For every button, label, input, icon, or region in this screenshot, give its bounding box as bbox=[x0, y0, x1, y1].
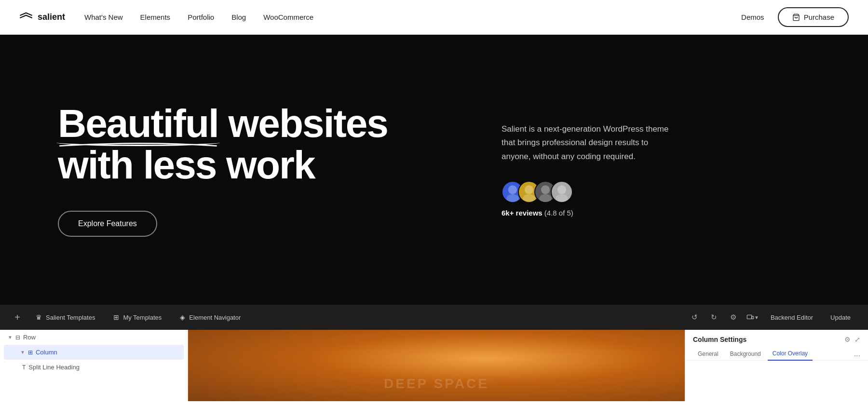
purchase-button[interactable]: Purchase bbox=[778, 7, 849, 27]
nav-item-woocommerce[interactable]: WooCommerce bbox=[263, 13, 313, 21]
column-expand-icon[interactable]: ⤢ bbox=[854, 336, 860, 343]
settings-button[interactable]: ⚙ bbox=[725, 309, 742, 325]
reviews-text: 6k+ reviews (4.8 of 5) bbox=[502, 209, 675, 217]
tab-more-button[interactable]: ... bbox=[854, 350, 860, 358]
hero-title-line2: with less work bbox=[58, 143, 315, 187]
svg-point-4 bbox=[523, 194, 535, 203]
responsive-icon bbox=[746, 313, 754, 321]
navbar: salient What's New Elements Portfolio Bl… bbox=[0, 0, 868, 35]
navbar-left: salient What's New Elements Portfolio Bl… bbox=[19, 12, 313, 23]
nav-item-portfolio[interactable]: Portfolio bbox=[188, 13, 214, 21]
tab-color-overlay[interactable]: Color Overlay bbox=[768, 347, 813, 361]
salient-templates-label: Salient Templates bbox=[46, 314, 95, 321]
reviews-rating: (4.8 of 5) bbox=[544, 209, 573, 217]
undo-button[interactable]: ↺ bbox=[687, 309, 703, 325]
nav-item-whats-new[interactable]: What's New bbox=[84, 13, 123, 21]
element-tree-panel: ▼ ⊟ Row ▼ ⊞ Column T Split Line Heading bbox=[0, 330, 188, 401]
toolbar-right-buttons: ↺ ↻ ⚙ ▼ Backend Editor Update bbox=[687, 309, 858, 325]
tab-general[interactable]: General bbox=[693, 348, 723, 360]
salient-templates-tab[interactable]: ♛ Salient Templates bbox=[28, 311, 103, 324]
tree-row-split-line[interactable]: T Split Line Heading bbox=[0, 360, 188, 375]
hero-right: Salient is a next-generation WordPress t… bbox=[473, 122, 675, 217]
row-icon: ⊟ bbox=[15, 334, 20, 341]
editor-content: ▼ ⊟ Row ▼ ⊞ Column T Split Line Heading … bbox=[0, 330, 868, 401]
element-navigator-tab[interactable]: ◈ Element Navigator bbox=[172, 311, 248, 324]
avatars-row bbox=[502, 181, 675, 203]
tree-column-label: Column bbox=[36, 349, 57, 356]
tree-arrow-column: ▼ bbox=[20, 350, 25, 355]
underline-arc bbox=[58, 140, 218, 149]
my-templates-tab[interactable]: ⊞ My Templates bbox=[106, 311, 169, 324]
svg-point-6 bbox=[539, 194, 552, 203]
cart-icon bbox=[792, 14, 800, 21]
svg-point-7 bbox=[557, 185, 566, 194]
my-templates-label: My Templates bbox=[123, 314, 162, 321]
avatar-4 bbox=[551, 181, 573, 203]
logo-text: salient bbox=[38, 12, 65, 22]
redo-button[interactable]: ↻ bbox=[706, 309, 722, 325]
logo-icon bbox=[19, 12, 33, 23]
chevron-down-icon: ▼ bbox=[754, 315, 759, 320]
svg-point-2 bbox=[506, 194, 519, 203]
column-settings-header: Column Settings ⚙ ⤢ bbox=[685, 330, 868, 343]
tree-row-column[interactable]: ▼ ⊞ Column bbox=[4, 345, 184, 360]
editor-preview: DEEP SPACE bbox=[188, 330, 685, 401]
hero-section: Beautiful websites with less work Explor… bbox=[0, 35, 868, 305]
nav-item-elements[interactable]: Elements bbox=[140, 13, 171, 21]
responsive-button[interactable]: ▼ bbox=[745, 309, 761, 325]
svg-point-8 bbox=[556, 194, 568, 203]
reviews-count: 6k+ reviews bbox=[502, 209, 542, 217]
crown-icon: ♛ bbox=[36, 313, 42, 321]
logo[interactable]: salient bbox=[19, 12, 65, 23]
template-icon: ⊞ bbox=[113, 313, 119, 321]
svg-point-1 bbox=[508, 185, 517, 194]
explore-features-button[interactable]: Explore Features bbox=[58, 211, 157, 237]
preview-overlay-text: DEEP SPACE bbox=[384, 376, 489, 392]
svg-rect-10 bbox=[752, 316, 753, 319]
hero-description: Salient is a next-generation WordPress t… bbox=[502, 122, 675, 163]
column-settings-icons: ⚙ ⤢ bbox=[844, 336, 860, 343]
purchase-label: Purchase bbox=[804, 13, 834, 21]
column-settings-title: Column Settings bbox=[693, 336, 746, 343]
text-icon: T bbox=[22, 364, 26, 371]
tree-arrow-row: ▼ bbox=[8, 335, 13, 340]
editor-toolbar: + ♛ Salient Templates ⊞ My Templates ◈ E… bbox=[0, 305, 868, 330]
backend-editor-button[interactable]: Backend Editor bbox=[764, 311, 820, 324]
tab-background[interactable]: Background bbox=[725, 348, 766, 360]
demos-link[interactable]: Demos bbox=[741, 13, 764, 21]
hero-title-beautiful: Beautiful bbox=[58, 103, 218, 144]
svg-point-5 bbox=[541, 185, 550, 194]
navbar-right: Demos Purchase bbox=[741, 7, 849, 27]
tree-row-label: Row bbox=[23, 334, 36, 341]
column-settings-tabs: General Background Color Overlay ... bbox=[685, 343, 868, 361]
column-gear-icon[interactable]: ⚙ bbox=[844, 336, 851, 343]
update-button[interactable]: Update bbox=[823, 311, 858, 324]
editor-section: + ♛ Salient Templates ⊞ My Templates ◈ E… bbox=[0, 305, 868, 401]
tree-row-row[interactable]: ▼ ⊟ Row bbox=[0, 330, 188, 345]
layers-icon: ◈ bbox=[180, 313, 185, 321]
nav-links: What's New Elements Portfolio Blog WooCo… bbox=[84, 13, 313, 22]
nav-item-blog[interactable]: Blog bbox=[231, 13, 246, 21]
add-element-button[interactable]: + bbox=[10, 310, 25, 325]
hero-left: Beautiful websites with less work Explor… bbox=[58, 103, 473, 237]
svg-rect-9 bbox=[747, 315, 751, 319]
hero-title: Beautiful websites with less work bbox=[58, 103, 473, 186]
tree-split-line-label: Split Line Heading bbox=[28, 364, 80, 371]
column-icon: ⊞ bbox=[28, 349, 33, 356]
column-settings-panel: Column Settings ⚙ ⤢ General Background C… bbox=[685, 330, 868, 401]
svg-point-3 bbox=[525, 185, 533, 194]
hero-title-line1: Beautiful websites bbox=[58, 101, 388, 145]
element-navigator-label: Element Navigator bbox=[189, 314, 241, 321]
